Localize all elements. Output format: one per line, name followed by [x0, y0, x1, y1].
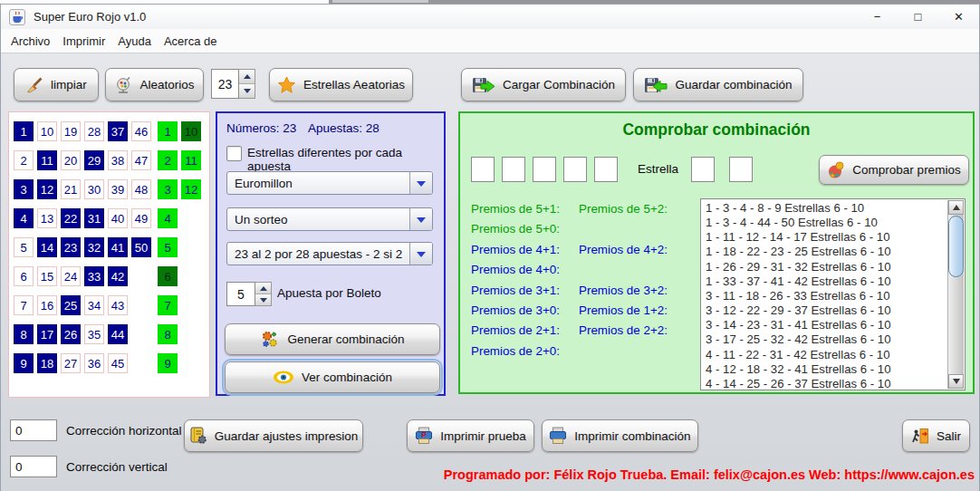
star-cell-2[interactable]: 2: [158, 150, 178, 170]
maximize-button[interactable]: □: [898, 5, 938, 29]
number-cell-21[interactable]: 21: [61, 179, 81, 199]
number-cell-32[interactable]: 32: [84, 237, 104, 257]
star-cell-6[interactable]: 6: [158, 266, 178, 286]
ver-combinacion-button[interactable]: Ver combinación: [225, 361, 440, 393]
star-cell-8[interactable]: 8: [158, 324, 178, 344]
correccion-vertical-input[interactable]: [10, 456, 57, 477]
combination-list-item[interactable]: 3 - 14 - 23 - 31 - 41 Estrellas 6 - 10: [706, 318, 946, 332]
combination-list-item[interactable]: 4 - 12 - 18 - 32 - 41 Estrellas 6 - 10: [706, 362, 946, 377]
number-cell-38[interactable]: 38: [108, 150, 128, 170]
number-cell-13[interactable]: 13: [37, 208, 57, 228]
number-cell-44[interactable]: 44: [108, 324, 128, 344]
number-cell-19[interactable]: 19: [61, 121, 81, 141]
numbers-spinner-input[interactable]: [211, 69, 239, 99]
number-cell-45[interactable]: 45: [108, 353, 128, 373]
number-cell-1[interactable]: 1: [14, 121, 34, 141]
number-cell-14[interactable]: 14: [37, 237, 57, 257]
salir-button[interactable]: Salir: [902, 419, 970, 452]
number-cell-10[interactable]: 10: [37, 121, 57, 141]
number-cell-35[interactable]: 35: [84, 324, 104, 344]
chevron-down-icon[interactable]: [409, 172, 432, 194]
number-cell-25[interactable]: 25: [61, 295, 81, 315]
number-cell-49[interactable]: 49: [131, 208, 151, 228]
guardar-ajustes-impresion-button[interactable]: Guardar ajustes impresion: [184, 419, 363, 452]
scrollbar-thumb[interactable]: [948, 216, 964, 277]
check-number-input-2[interactable]: [502, 157, 525, 182]
number-cell-5[interactable]: 5: [14, 237, 34, 257]
apuesta-spinner-input[interactable]: [226, 282, 255, 306]
combination-list-item[interactable]: 1 - 3 - 4 - 8 - 9 Estrellas 6 - 10: [706, 201, 946, 216]
number-cell-17[interactable]: 17: [37, 324, 57, 344]
number-cell-3[interactable]: 3: [14, 179, 34, 199]
number-cell-20[interactable]: 20: [61, 150, 81, 170]
number-cell-47[interactable]: 47: [131, 150, 151, 170]
number-cell-16[interactable]: 16: [37, 295, 57, 315]
number-cell-29[interactable]: 29: [84, 150, 104, 170]
combination-list-item[interactable]: 1 - 33 - 37 - 41 - 42 Estrellas 6 - 10: [706, 274, 946, 289]
cargar-combinacion-button[interactable]: Cargar Combinación: [461, 68, 626, 101]
check-star-input-2[interactable]: [729, 157, 753, 182]
combination-list-item[interactable]: 3 - 17 - 25 - 32 - 42 Estrellas 6 - 10: [706, 332, 946, 347]
correccion-horizontal-input[interactable]: [10, 419, 57, 441]
number-cell-48[interactable]: 48: [131, 179, 151, 199]
number-cell-37[interactable]: 37: [108, 121, 128, 141]
number-cell-41[interactable]: 41: [108, 237, 128, 257]
star-cell-11[interactable]: 11: [181, 150, 201, 170]
number-cell-6[interactable]: 6: [14, 266, 34, 286]
scrollbar[interactable]: [947, 200, 964, 389]
number-cell-22[interactable]: 22: [61, 208, 81, 228]
star-cell-5[interactable]: 5: [158, 237, 178, 257]
number-cell-50[interactable]: 50: [131, 237, 151, 257]
number-cell-12[interactable]: 12: [37, 179, 57, 199]
number-cell-42[interactable]: 42: [108, 266, 128, 286]
combination-list-item[interactable]: 1 - 11 - 12 - 14 - 17 Estrellas 6 - 10: [706, 230, 946, 245]
aleatorios-button[interactable]: Aleatorios: [105, 68, 204, 101]
generar-combinacion-button[interactable]: Generar combinación: [225, 323, 440, 355]
guardar-combinacion-button[interactable]: Guardar combinación: [633, 68, 803, 101]
spinner-down-button[interactable]: [255, 294, 271, 305]
limpiar-button[interactable]: limpiar: [14, 68, 99, 101]
number-cell-8[interactable]: 8: [14, 324, 34, 344]
imprimir-combinacion-button[interactable]: Imprimir combinación: [542, 419, 698, 452]
chevron-down-icon[interactable]: [409, 243, 432, 265]
number-cell-31[interactable]: 31: [84, 208, 104, 228]
check-number-input-5[interactable]: [594, 157, 618, 182]
star-cell-10[interactable]: 10: [181, 121, 201, 141]
combination-list-item[interactable]: 1 - 3 - 4 - 44 - 50 Estrellas 6 - 10: [706, 216, 946, 230]
estrellas-aleatorias-button[interactable]: Estrellas Aeatorias: [269, 68, 413, 101]
number-cell-24[interactable]: 24: [61, 266, 81, 286]
spinner-up-button[interactable]: [255, 283, 271, 294]
star-cell-9[interactable]: 9: [158, 353, 178, 373]
star-cell-1[interactable]: 1: [158, 121, 178, 141]
spinner-up-button[interactable]: [239, 70, 255, 84]
number-cell-36[interactable]: 36: [84, 353, 104, 373]
check-star-input-1[interactable]: [691, 157, 715, 182]
star-cell-4[interactable]: 4: [158, 208, 178, 228]
combinations-list[interactable]: 1 - 3 - 4 - 8 - 9 Estrellas 6 - 101 - 3 …: [700, 198, 966, 390]
number-cell-27[interactable]: 27: [61, 353, 81, 373]
number-cell-39[interactable]: 39: [108, 179, 128, 199]
game-select[interactable]: Euromillon: [226, 171, 433, 195]
number-cell-33[interactable]: 33: [84, 266, 104, 286]
number-cell-46[interactable]: 46: [131, 121, 151, 141]
number-cell-34[interactable]: 34: [84, 295, 104, 315]
number-cell-40[interactable]: 40: [108, 208, 128, 228]
check-number-input-1[interactable]: [471, 157, 495, 182]
menu-archivo[interactable]: Archivo: [5, 34, 56, 48]
number-cell-43[interactable]: 43: [108, 295, 128, 315]
number-cell-30[interactable]: 30: [84, 179, 104, 199]
minimize-button[interactable]: −: [857, 5, 898, 29]
number-cell-28[interactable]: 28: [84, 121, 104, 141]
combination-list-item[interactable]: 4 - 11 - 22 - 31 - 42 Estrellas 6 - 10: [706, 348, 946, 362]
combination-list-item[interactable]: 3 - 11 - 18 - 26 - 33 Estrellas 6 - 10: [706, 289, 946, 303]
combination-list-item[interactable]: 1 - 18 - 22 - 23 - 25 Estrellas 6 - 10: [706, 245, 946, 259]
imprimir-prueba-button[interactable]: P Imprimir prueba: [407, 419, 534, 452]
chevron-down-icon[interactable]: [409, 208, 432, 230]
combination-list-item[interactable]: 3 - 12 - 22 - 29 - 37 Estrellas 6 - 10: [706, 303, 946, 318]
combination-list-item[interactable]: 1 - 26 - 29 - 31 - 32 Estrellas 6 - 10: [706, 260, 946, 274]
number-cell-2[interactable]: 2: [14, 150, 34, 170]
spinner-down-button[interactable]: [239, 84, 255, 98]
menu-imprimir[interactable]: Imprimir: [56, 34, 111, 48]
number-cell-23[interactable]: 23: [61, 237, 81, 257]
number-cell-18[interactable]: 18: [37, 353, 57, 373]
